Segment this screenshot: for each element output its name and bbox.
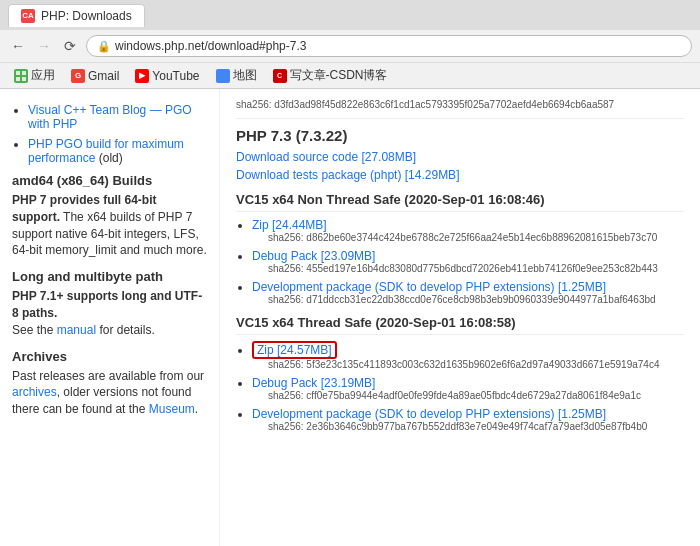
nav-bar: ← → ⟳ 🔒 windows.php.net/download#php-7.3: [0, 30, 700, 62]
ts-zip-link[interactable]: Zip [24.57MB]: [257, 343, 332, 357]
svg-rect-3: [22, 77, 26, 81]
divider-top: [236, 118, 684, 119]
left-panel: Visual C++ Team Blog — PGO with PHP PHP …: [0, 89, 220, 546]
top-hash: sha256: d3fd3ad98f45d822e863c6f1cd1ac579…: [236, 99, 684, 110]
ts-section-title: VC15 x64 Thread Safe (2020-Sep-01 16:08:…: [236, 315, 684, 335]
maps-icon: [216, 69, 230, 83]
archives-desc: Past releases are available from our arc…: [12, 368, 207, 418]
browser-chrome: CA PHP: Downloads ← → ⟳ 🔒 windows.php.ne…: [0, 0, 700, 89]
nts-build-list: Zip [24.44MB] sha256: d862be60e3744c424b…: [236, 218, 684, 305]
ts-sdk-hash: sha256: 2e36b3646c9bb977ba767b552ddf83e7…: [268, 421, 684, 432]
csdn-icon: C: [273, 69, 287, 83]
list-item: Debug Pack [23.19MB] sha256: cff0e75ba99…: [252, 376, 684, 401]
tab-favicon: CA: [21, 9, 35, 23]
nts-section-title: VC15 x64 Non Thread Safe (2020-Sep-01 16…: [236, 192, 684, 212]
bookmark-maps-label: 地图: [233, 67, 257, 84]
reload-button[interactable]: ⟳: [60, 36, 80, 56]
svg-rect-2: [16, 77, 20, 81]
bookmark-maps[interactable]: 地图: [210, 65, 263, 86]
amd64-section: amd64 (x86_64) Builds PHP 7 provides ful…: [12, 173, 207, 259]
lock-icon: 🔒: [97, 40, 111, 53]
bookmark-youtube-label: YouTube: [152, 69, 199, 83]
back-button[interactable]: ←: [8, 36, 28, 56]
page-content: Visual C++ Team Blog — PGO with PHP PHP …: [0, 89, 700, 546]
path-title: Long and multibyte path: [12, 269, 207, 284]
youtube-icon: ▶: [135, 69, 149, 83]
ts-debug-hash: sha256: cff0e75ba9944e4adf0e0fe99fde4a89…: [268, 390, 684, 401]
amd64-desc: PHP 7 provides full 64-bit support. The …: [12, 192, 207, 259]
apps-icon: [14, 69, 28, 83]
list-item: Zip [24.57MB] sha256: 5f3e23c135c411893c…: [252, 341, 684, 370]
nts-sdk-link[interactable]: Development package (SDK to develop PHP …: [252, 280, 606, 294]
archives-title: Archives: [12, 349, 207, 364]
bookmark-apps-label: 应用: [31, 67, 55, 84]
gmail-icon: G: [71, 69, 85, 83]
amd64-title: amd64 (x86_64) Builds: [12, 173, 207, 188]
active-tab[interactable]: CA PHP: Downloads: [8, 4, 145, 27]
bookmarks-bar: 应用 G Gmail ▶ YouTube 地图 C 写文章-CSDN博客: [0, 62, 700, 88]
archives-section: Archives Past releases are available fro…: [12, 349, 207, 418]
svg-rect-0: [16, 71, 20, 75]
ts-debug-link[interactable]: Debug Pack [23.19MB]: [252, 376, 375, 390]
list-item: PHP PGO build for maximum performance (o…: [28, 137, 207, 165]
nts-debug-link[interactable]: Debug Pack [23.09MB]: [252, 249, 375, 263]
list-item: Debug Pack [23.09MB] sha256: 455ed197e16…: [252, 249, 684, 274]
bookmark-gmail-label: Gmail: [88, 69, 119, 83]
list-item: Development package (SDK to develop PHP …: [252, 280, 684, 305]
list-item: Zip [24.44MB] sha256: d862be60e3744c424b…: [252, 218, 684, 243]
bookmark-gmail[interactable]: G Gmail: [65, 67, 125, 85]
nts-debug-hash: sha256: 455ed197e16b4dc83080d775b6dbcd72…: [268, 263, 684, 274]
nts-zip-hash: sha256: d862be60e3744c424be6788c2e725f66…: [268, 232, 684, 243]
ts-sdk-link[interactable]: Development package (SDK to develop PHP …: [252, 407, 606, 421]
list-item: Visual C++ Team Blog — PGO with PHP: [28, 103, 207, 131]
php-version-title: PHP 7.3 (7.3.22): [236, 127, 684, 144]
path-section: Long and multibyte path PHP 7.1+ support…: [12, 269, 207, 338]
right-panel: sha256: d3fd3ad98f45d822e863c6f1cd1ac579…: [220, 89, 700, 546]
tab-bar: CA PHP: Downloads: [0, 0, 700, 30]
manual-link[interactable]: manual: [57, 323, 96, 337]
url-text: windows.php.net/download#php-7.3: [115, 39, 306, 53]
nts-zip-link[interactable]: Zip [24.44MB]: [252, 218, 327, 232]
museum-link[interactable]: Museum: [149, 402, 195, 416]
pgo-old-label: (old): [99, 151, 123, 165]
download-source-link[interactable]: Download source code [27.08MB]: [236, 150, 684, 164]
nts-sdk-hash: sha256: d71ddccb31ec22db38ccd0e76ce8cb98…: [268, 294, 684, 305]
ts-build-list: Zip [24.57MB] sha256: 5f3e23c135c411893c…: [236, 341, 684, 432]
bookmark-youtube[interactable]: ▶ YouTube: [129, 67, 205, 85]
tab-title: PHP: Downloads: [41, 9, 132, 23]
ts-zip-hash: sha256: 5f3e23c135c411893c003c632d1635b9…: [268, 359, 684, 370]
svg-rect-1: [22, 71, 26, 75]
bookmark-csdn[interactable]: C 写文章-CSDN博客: [267, 65, 394, 86]
path-desc: PHP 7.1+ supports long and UTF-8 paths. …: [12, 288, 207, 338]
address-bar[interactable]: 🔒 windows.php.net/download#php-7.3: [86, 35, 692, 57]
archives-link[interactable]: archives: [12, 385, 57, 399]
download-tests-link[interactable]: Download tests package (phpt) [14.29MB]: [236, 168, 684, 182]
bookmark-csdn-label: 写文章-CSDN博客: [290, 67, 388, 84]
bookmark-apps[interactable]: 应用: [8, 65, 61, 86]
forward-button[interactable]: →: [34, 36, 54, 56]
list-item: Development package (SDK to develop PHP …: [252, 407, 684, 432]
vc-team-link[interactable]: Visual C++ Team Blog — PGO with PHP: [28, 103, 192, 131]
build-list-top: Visual C++ Team Blog — PGO with PHP PHP …: [12, 103, 207, 165]
